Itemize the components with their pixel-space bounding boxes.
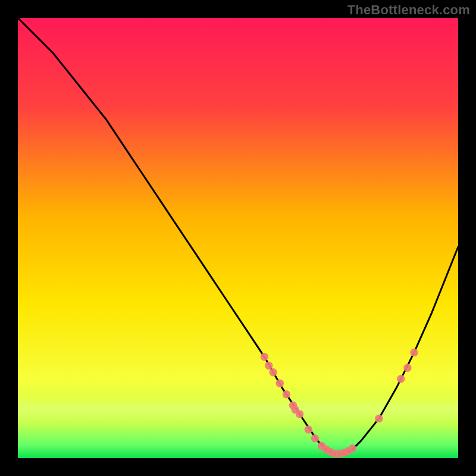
bottleneck-curve (18, 18, 458, 458)
curve-marker (270, 368, 277, 376)
curve-marker (283, 390, 290, 398)
chart-stage: TheBottleneck.com (0, 0, 476, 476)
curve-marker (349, 444, 356, 452)
curve-marker (403, 364, 411, 372)
watermark-text: TheBottleneck.com (347, 2, 470, 18)
curve-marker (296, 410, 303, 418)
curve-path (18, 18, 458, 454)
curve-marker (261, 353, 268, 361)
curve-marker (265, 362, 273, 369)
curve-marker (397, 375, 405, 383)
curve-marker (410, 349, 418, 356)
curve-marker (311, 434, 319, 442)
curve-marker (305, 425, 312, 433)
curve-marker (276, 380, 284, 387)
curve-marker (375, 415, 383, 422)
